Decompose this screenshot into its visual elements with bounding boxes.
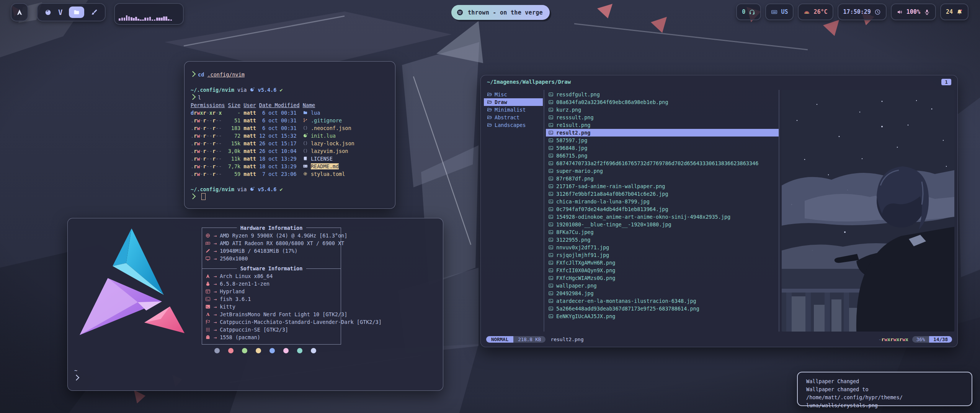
software-info-title: Software Information [237, 265, 306, 272]
file-list-item[interactable]: 217167-sad-anime-rain-wallpaper.png [546, 182, 779, 190]
status-permissions: -rwxrwxrwx [879, 337, 908, 342]
sidebar-folder-item[interactable]: Minimalist [484, 106, 543, 114]
file-list-item[interactable]: chica-mirando-la-luna-8799.jpg [546, 198, 779, 205]
file-name: 68747470733a2f2f696d616765732d7769786d70… [556, 160, 758, 166]
firefox-icon[interactable] [44, 9, 52, 16]
file-name: lua [311, 110, 320, 116]
file-list-item[interactable]: 3126f7e9bbf21a8a4af0b67b041c6e26.jpg [546, 190, 779, 198]
file-list-item[interactable]: 5a266e448add93deab367d87173e9f25-6837886… [546, 305, 779, 312]
top-bar-left: V [11, 3, 184, 25]
file-list-item[interactable]: nnvuv0xj2df71.jpg [546, 244, 779, 251]
keyboard-layout-module[interactable]: US [765, 3, 794, 20]
file-name: result2.png [556, 130, 590, 136]
file-list-item[interactable]: resssult.png [546, 114, 779, 121]
gear-icon [303, 171, 308, 176]
file-list-item[interactable]: 3122955.png [546, 236, 779, 244]
software-info-value: Arch Linux x86_64 [220, 272, 273, 280]
hardware-info-value: AMD ATI Radeon RX 6800/6800 XT / 6900 XT [220, 239, 344, 247]
software-info-value: Catppuccin-Macchiato-Standard-Lavender-D… [220, 318, 382, 326]
folder-open-icon [487, 92, 492, 97]
file-list-item[interactable]: 154928-odinokoe_anime-art-anime-okno-sin… [546, 213, 779, 221]
scroll-percent-badge: 36% [912, 336, 929, 343]
notifications-count: 24 [946, 8, 953, 15]
neovim-icon[interactable]: V [58, 8, 62, 16]
file-list-item[interactable]: rsjqojlmjhf91.jpg [546, 251, 779, 259]
image-icon [548, 176, 554, 181]
file-list-item[interactable]: wallpaper.png [546, 282, 779, 289]
notification-title: Wallpaper Changed [806, 377, 963, 385]
visualizer-bar [163, 16, 165, 21]
volume-module[interactable]: 100% [891, 3, 936, 20]
file-list[interactable]: ressdfgult.png08a634fa02a32364f69ebc86a9… [546, 91, 779, 320]
image-icon [548, 92, 554, 97]
weather-module[interactable]: 26°C [798, 3, 833, 20]
file-list-item[interactable]: 8FKa7Cu.jpeg [546, 228, 779, 236]
file-list-item[interactable]: 08a634fa02a32364f69ebc86a98eb1eb.png [546, 98, 779, 106]
file-list-item[interactable]: FXfcHgcWIAMzs0G.png [546, 274, 779, 282]
volume-value: 100% [906, 8, 920, 15]
fetch-prompt[interactable]: ~ [74, 367, 82, 382]
notification-toast[interactable]: Wallpaper Changed Wallpaper changed to /… [797, 372, 972, 406]
file-list-item[interactable]: 68747470733a2f2f696d616765732d7769786d70… [546, 159, 779, 167]
file-list-item[interactable]: 596848.jpg [546, 144, 779, 152]
file-list-item[interactable]: 0c794faf07de24a4db4d4fb1eb813964.jpg [546, 205, 779, 213]
sidebar-folder-item[interactable]: Misc [484, 91, 543, 98]
sidebar-folder-item[interactable]: Landscapes [484, 121, 543, 129]
notifications-module[interactable]: 24 [940, 3, 969, 20]
permissions: drwxr-xr-x [191, 110, 225, 116]
file-name: 596848.jpg [556, 145, 587, 151]
file-list-item[interactable]: 87r687df.png [546, 175, 779, 182]
file-list-item[interactable]: 19201080-__blue-tinge__-1920×1080.jpg [546, 221, 779, 228]
visualizer-bar [170, 20, 172, 21]
arrow-icon: → [214, 318, 217, 326]
hardware-info-row: →AMD ATI Radeon RX 6800/6800 XT / 6900 X… [204, 239, 456, 247]
file-date: 7 oct 23:06 [259, 171, 297, 177]
file-list-item[interactable]: ressdfgult.png [546, 91, 779, 98]
file-list-item[interactable]: 866715.png [546, 152, 779, 159]
visualizer-bar [133, 18, 135, 21]
file-list-item[interactable]: re1sult.png [546, 121, 779, 129]
software-info-row: →kitty [204, 303, 456, 311]
file-list-item[interactable]: FXfcII0X0AQyn9X.png [546, 267, 779, 274]
font-icon: A [204, 312, 211, 317]
check-icon: ✔ [280, 186, 283, 192]
visualizer-bar [119, 18, 121, 21]
arrow-icon: → [214, 232, 217, 239]
file-owner: matt [243, 171, 256, 177]
file-name: 217167-sad-anime-rain-wallpaper.png [556, 183, 665, 189]
visualizer-bar [154, 20, 156, 21]
paintbrush-icon[interactable] [91, 9, 98, 16]
system-info-window[interactable]: Hardware Information →AMD Ryzen 9 5900X … [67, 218, 443, 391]
arrow-icon: → [214, 326, 217, 333]
app-launcher-button[interactable] [11, 3, 28, 21]
file-owner: matt [243, 117, 256, 124]
sidebar-folder-item[interactable]: Abstract [484, 114, 543, 121]
clock-module[interactable]: 17:50:29 [838, 3, 887, 20]
image-icon [548, 145, 554, 151]
headphone-battery-module[interactable]: 0 [736, 3, 761, 20]
file-date: 18 oct 13:29 [259, 163, 297, 169]
file-date: 18 oct 13:29 [259, 156, 297, 162]
file-list-item[interactable]: kurz.png [546, 106, 779, 114]
permissions: .rw-r--r-- [191, 140, 225, 146]
terminal-prompt-input[interactable] [191, 193, 395, 201]
now-playing-pill[interactable]: thrown - on the verge [451, 5, 550, 20]
file-size: 72 [225, 133, 241, 139]
sidebar-folder-item[interactable]: Draw [484, 98, 543, 106]
file-owner: matt [243, 163, 256, 169]
file-manager-window[interactable]: ~/Imagenes/Wallpapers/Draw 1 MiscDrawMin… [480, 75, 958, 347]
file-list-item[interactable]: result2.png [546, 129, 779, 137]
visualizer-bar [135, 17, 137, 21]
visualizer-bar [137, 19, 139, 21]
file-list-item[interactable]: 587597.jpg [546, 137, 779, 144]
file-list-item[interactable]: atardecer-en-la-montanas-ilustracion-634… [546, 297, 779, 305]
arrow-icon: → [214, 272, 217, 280]
image-icon [548, 214, 554, 220]
dock-item-files-active[interactable] [69, 7, 84, 18]
file-owner: matt [243, 125, 256, 131]
file-list-item[interactable]: super-mario.png [546, 167, 779, 175]
terminal-window[interactable]: cd .config/nvim ~/.config/nvim via v5.4.… [184, 61, 395, 209]
file-list-item[interactable]: 20492984.jpg [546, 289, 779, 297]
file-list-item[interactable]: FXfcJlTXgAMvH6R.png [546, 259, 779, 267]
file-list-item[interactable]: EeNKYgIUcAAJ5JX.png [546, 312, 779, 320]
